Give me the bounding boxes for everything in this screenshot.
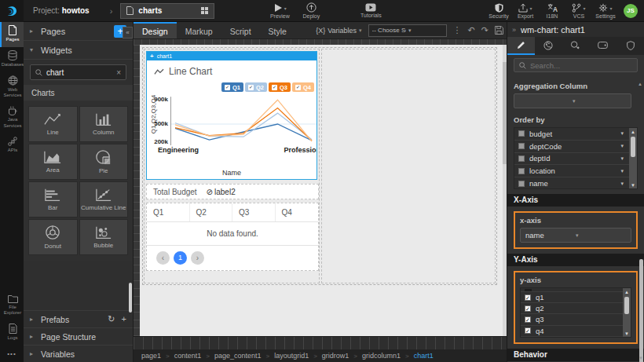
chart-widget-header[interactable]: + chart1 xyxy=(147,52,317,60)
legend-item-q2[interactable]: ✓Q2 xyxy=(245,82,267,92)
widget-area[interactable]: Area xyxy=(28,144,78,180)
settings-button[interactable]: ▾ Settings xyxy=(592,0,619,22)
collapse-right-panel-icon[interactable]: » xyxy=(512,26,516,34)
widget-cumulative-line[interactable]: Cumulative Line xyxy=(79,181,129,218)
aggregation-column-select[interactable]: ▾ xyxy=(514,93,631,108)
properties-search-box[interactable] xyxy=(514,58,638,72)
rail-item-pages[interactable]: Pages xyxy=(0,22,24,47)
table-header-q1[interactable]: Q1 xyxy=(147,203,190,221)
table-header-q2[interactable]: Q2 xyxy=(190,203,233,221)
checkbox-checked[interactable]: ✓ xyxy=(525,305,531,312)
prefabs-accordion[interactable]: ▸ Prefabs ↻ + xyxy=(24,310,133,327)
collapse-left-panel-button[interactable]: « xyxy=(123,27,133,38)
user-avatar[interactable]: JS xyxy=(624,4,638,18)
widget-donut[interactable]: Donut xyxy=(28,219,78,255)
order-chevron-icon[interactable]: ▾ xyxy=(620,155,624,162)
tutorials-button[interactable]: Tutorials xyxy=(357,0,384,22)
tab-device[interactable] xyxy=(589,37,617,55)
move-icon[interactable]: + xyxy=(150,53,154,60)
pagination-prev-icon[interactable]: ‹ xyxy=(156,251,170,265)
i18n-button[interactable]: A I18N xyxy=(539,0,565,22)
prefabs-refresh-icon[interactable]: ↻ xyxy=(108,314,115,324)
preview-button[interactable]: ▾ Preview xyxy=(266,0,293,22)
screen-size-select[interactable]: -- Choose Screen Size -- ▾ xyxy=(368,24,447,37)
breadcrumb-layoutgrid1[interactable]: layoutgrid1 xyxy=(274,352,309,360)
prefabs-add-icon[interactable]: + xyxy=(122,314,126,324)
scroll-down-icon[interactable]: ▼ xyxy=(631,181,635,188)
legend-item-q1[interactable]: ✓Q1 xyxy=(221,82,243,92)
order-list-scrollbar[interactable]: ▲ ▼ xyxy=(629,128,637,188)
redo-icon[interactable]: ↷ xyxy=(481,25,488,35)
order-chevron-icon[interactable]: ▾ xyxy=(620,181,624,187)
breadcrumb-content1[interactable]: content1 xyxy=(174,352,202,360)
widget-pie[interactable]: Pie xyxy=(79,144,129,180)
export-button[interactable]: ▾ Export xyxy=(512,0,539,22)
label-row-widget[interactable]: Total Budget ⊘ label2 xyxy=(146,184,319,199)
order-chevron-icon[interactable]: ▾ xyxy=(620,168,624,174)
order-item-name[interactable]: name ▾ xyxy=(514,177,637,189)
gridcolumn-right-outline[interactable] xyxy=(321,49,496,283)
gridcolumn-left-outline[interactable]: + chart1 Line Chart ✓Q1 ✓Q2 xyxy=(144,49,320,283)
tab-properties[interactable] xyxy=(507,37,535,55)
data-table-widget[interactable]: Q1 Q2 Q3 Q4 No data found. ‹ 1 › xyxy=(146,203,319,271)
tab-design[interactable]: Design xyxy=(134,22,177,38)
widget-search[interactable]: × xyxy=(30,64,126,80)
y-axis-item-q2[interactable]: ✓ q2 xyxy=(521,303,631,314)
order-item-budget[interactable]: budget ▾ xyxy=(514,128,637,141)
pagination-page-1[interactable]: 1 xyxy=(174,251,187,265)
breadcrumb-chart1[interactable]: chart1 xyxy=(414,352,434,360)
breadcrumb-gridrow1[interactable]: gridrow1 xyxy=(322,352,349,360)
rail-item-java-services[interactable]: Java Services xyxy=(0,103,24,133)
widgets-accordion[interactable]: ▾ Widgets xyxy=(24,41,133,60)
legend-item-q3[interactable]: ✓Q3 xyxy=(269,82,291,92)
y-axis-scrollbar[interactable]: ▲ ▼ xyxy=(623,288,631,337)
scroll-thumb[interactable] xyxy=(631,137,635,157)
scroll-up-icon[interactable]: ▲ xyxy=(631,128,635,135)
page-selector[interactable]: charts xyxy=(120,3,214,19)
rail-item-web-services[interactable]: Web Services xyxy=(0,72,24,104)
checkbox-checked[interactable]: ✓ xyxy=(525,316,531,323)
vcs-button[interactable]: ▾ VCS xyxy=(565,0,592,22)
order-chevron-icon[interactable]: ▾ xyxy=(620,143,624,149)
order-item-deptid[interactable]: deptId ▾ xyxy=(514,153,637,166)
properties-scrollbar[interactable] xyxy=(639,259,643,362)
breadcrumb-gridcolumn1[interactable]: gridcolumn1 xyxy=(362,352,401,360)
page-grid-icon[interactable] xyxy=(201,7,208,14)
order-item-deptcode[interactable]: deptCode ▾ xyxy=(514,141,637,153)
widget-line[interactable]: Line xyxy=(28,106,78,142)
panel-scroll-down-icon[interactable]: ▼ xyxy=(639,356,643,360)
tab-styles[interactable] xyxy=(535,37,562,55)
props-scroll-up-icon[interactable]: ▲ xyxy=(638,82,642,86)
rail-item-logs[interactable]: Logs xyxy=(0,320,24,346)
rail-item-file-explorer[interactable]: File Explorer xyxy=(0,291,24,321)
clear-search-icon[interactable]: × xyxy=(116,68,121,77)
breadcrumb-page1[interactable]: page1 xyxy=(141,352,161,360)
tab-script[interactable]: Script xyxy=(221,22,260,38)
design-canvas[interactable]: + chart1 Line Chart ✓Q1 ✓Q2 xyxy=(140,45,507,336)
undo-icon[interactable]: ↶ xyxy=(468,25,475,35)
tab-security[interactable] xyxy=(617,37,644,55)
chart-widget-body[interactable]: Line Chart ✓Q1 ✓Q2 ✓Q3 ✓Q4 900k xyxy=(147,60,317,179)
properties-search-input[interactable] xyxy=(530,61,632,70)
pagination-next-icon[interactable]: › xyxy=(191,251,204,265)
variables-dropdown[interactable]: {X} Variables ▾ xyxy=(316,27,361,35)
widget-column[interactable]: Column xyxy=(79,106,129,142)
legend-item-q4[interactable]: ✓Q4 xyxy=(292,82,314,92)
layoutgrid-outline[interactable]: + chart1 Line Chart ✓Q1 ✓Q2 xyxy=(142,47,497,285)
label2-widget[interactable]: ⊘ label2 xyxy=(207,188,236,196)
checkbox-checked[interactable]: ✓ xyxy=(525,327,531,334)
deploy-button[interactable]: Deploy xyxy=(298,0,324,22)
rail-item-databases[interactable]: Databases xyxy=(0,47,24,72)
rail-more-icon[interactable]: ••• xyxy=(0,346,24,362)
widget-bar[interactable]: Bar xyxy=(28,181,78,218)
table-header-q3[interactable]: Q3 xyxy=(232,203,276,221)
scroll-down-icon[interactable]: ▼ xyxy=(624,330,629,337)
widget-search-input[interactable] xyxy=(46,68,112,77)
wavemaker-logo[interactable] xyxy=(0,0,24,22)
breadcrumb-page-content1[interactable]: page_content1 xyxy=(214,352,262,360)
checkbox-unchecked[interactable] xyxy=(518,143,525,149)
variables-accordion[interactable]: ▸ Variables xyxy=(24,345,133,362)
more-options-kebab-icon[interactable]: ⋮ xyxy=(453,25,462,35)
left-panel-scrollbar[interactable] xyxy=(129,283,132,313)
order-chevron-icon[interactable]: ▾ xyxy=(620,130,624,137)
